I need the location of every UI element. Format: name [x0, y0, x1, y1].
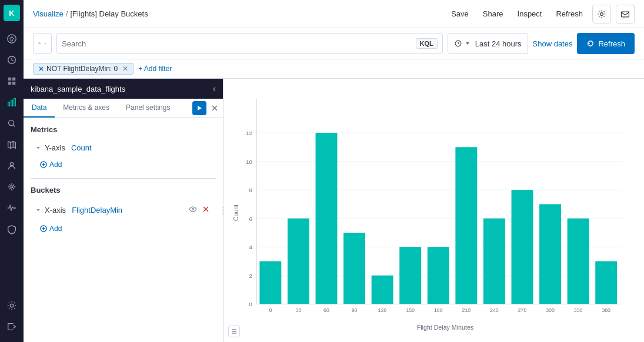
sidebar-icon-ml[interactable]	[2, 177, 21, 196]
mail-icon-btn[interactable]	[616, 5, 635, 24]
bar-7[interactable]	[455, 147, 477, 304]
bucket-eye-btn[interactable]	[188, 204, 198, 216]
top-nav-actions: Save Share Inspect Refresh	[446, 5, 635, 24]
svg-text:300: 300	[546, 307, 555, 313]
sidebar-icon-maps[interactable]	[2, 135, 21, 154]
bar-1[interactable]	[288, 219, 309, 304]
svg-point-11	[11, 186, 13, 188]
svg-text:180: 180	[434, 307, 443, 313]
query-type-selector[interactable]	[33, 33, 52, 54]
settings-icon-btn[interactable]	[592, 5, 611, 24]
search-input[interactable]	[62, 39, 412, 48]
svg-point-0	[8, 35, 16, 43]
bar-2[interactable]	[316, 133, 338, 304]
bar-0[interactable]	[259, 261, 281, 304]
svg-text:150: 150	[406, 307, 415, 313]
toolbar: KQL Last 24 hours Show dates Refresh	[24, 28, 644, 59]
svg-text:8: 8	[249, 187, 252, 193]
panel-collapse-btn[interactable]: ‹	[213, 83, 216, 94]
panel-content: Metrics Y-axis Count Add	[24, 118, 223, 342]
bar-4[interactable]	[372, 276, 393, 304]
svg-text:0: 0	[249, 301, 252, 307]
svg-text:270: 270	[518, 307, 527, 313]
add-filter-button[interactable]: + Add filter	[138, 65, 172, 73]
svg-rect-8	[14, 99, 16, 106]
x-axis-bucket[interactable]: X-axis FlightDelayMin	[31, 200, 216, 220]
x-axis-field: FlightDelayMin	[72, 206, 122, 214]
refresh-button[interactable]: Refresh	[577, 33, 635, 54]
filter-bar: NOT FlightDelayMin: 0 ✕ + Add filter	[24, 59, 644, 79]
chevron-icon	[35, 143, 41, 152]
x-axis-label: X-axis	[45, 206, 66, 214]
metrics-section-title: Metrics	[31, 125, 216, 134]
refresh-button-label: Refresh	[598, 39, 625, 48]
sidebar-icon-dashboard[interactable]	[2, 72, 21, 90]
svg-text:4: 4	[249, 244, 252, 250]
tab-data[interactable]: Data	[24, 99, 55, 118]
app-logo[interactable]: K	[4, 5, 20, 21]
x-axis-label-text: Flight Delay Minutes	[417, 324, 474, 331]
bar-6[interactable]	[428, 247, 449, 304]
time-picker[interactable]: Last 24 hours	[448, 33, 528, 54]
svg-point-9	[9, 120, 14, 126]
add-metric-label: Add	[49, 160, 62, 169]
svg-point-12	[10, 304, 13, 307]
bar-10[interactable]	[539, 204, 561, 304]
data-source-label: kibana_sample_data_flights	[31, 85, 125, 93]
breadcrumb: Visualize / [Flights] Delay Buckets	[33, 9, 148, 18]
svg-text:90: 90	[352, 307, 358, 313]
svg-text:0: 0	[269, 307, 272, 313]
page-title: [Flights] Delay Buckets	[70, 9, 148, 18]
bar-9[interactable]	[512, 190, 533, 304]
svg-point-13	[600, 12, 603, 15]
kql-badge[interactable]: KQL	[416, 38, 438, 49]
y-axis-label: Y-axis	[45, 143, 65, 152]
inspect-button[interactable]: Inspect	[513, 7, 547, 21]
bar-12[interactable]	[595, 261, 617, 304]
sidebar-icon-siem[interactable]	[2, 220, 21, 239]
share-button[interactable]: Share	[478, 7, 508, 21]
search-bar[interactable]: KQL	[56, 33, 443, 54]
sidebar-icon-recent[interactable]	[2, 51, 21, 69]
sidebar-icon-home[interactable]	[2, 29, 21, 48]
svg-text:2: 2	[249, 273, 252, 279]
sidebar-icon-apm[interactable]	[2, 199, 21, 217]
bar-8[interactable]	[483, 219, 505, 304]
filter-tag-label: NOT FlightDelayMin: 0	[46, 65, 118, 73]
sidebar-collapse-icon[interactable]	[2, 317, 21, 336]
bar-5[interactable]	[399, 247, 421, 304]
svg-marker-19	[198, 106, 202, 110]
svg-rect-3	[12, 78, 15, 81]
sidebar-icon-visualize[interactable]	[2, 93, 21, 112]
bar-3[interactable]	[343, 233, 365, 304]
show-dates-button[interactable]: Show dates	[533, 39, 573, 48]
y-axis-label-text: Count	[232, 204, 239, 221]
add-metric-button[interactable]: Add	[35, 158, 66, 171]
filter-close-icon[interactable]: ✕	[122, 65, 128, 73]
svg-text:12: 12	[246, 130, 252, 136]
y-axis-metric[interactable]: Y-axis Count	[31, 140, 216, 156]
logo-letter: K	[9, 9, 14, 18]
breadcrumb-visualize[interactable]: Visualize	[33, 9, 64, 18]
svg-rect-2	[8, 78, 11, 81]
save-button[interactable]: Save	[446, 7, 473, 21]
chart-list-btn[interactable]	[228, 326, 240, 337]
add-bucket-button[interactable]: Add	[35, 222, 66, 235]
sidebar-icon-users[interactable]	[2, 156, 21, 175]
panel-close-btn[interactable]	[211, 105, 218, 112]
svg-rect-6	[8, 102, 10, 106]
sidebar-icon-settings[interactable]	[2, 296, 21, 315]
bar-11[interactable]	[568, 219, 589, 304]
sidebar: K	[0, 0, 24, 342]
svg-text:330: 330	[574, 307, 583, 313]
tab-panel-settings[interactable]: Panel settings	[118, 99, 178, 118]
bucket-delete-btn[interactable]	[201, 204, 211, 216]
sidebar-icon-discover[interactable]	[2, 114, 21, 133]
panel-play-btn[interactable]	[192, 101, 206, 115]
panel-resize-handle[interactable]	[221, 79, 225, 342]
active-filter[interactable]: NOT FlightDelayMin: 0 ✕	[33, 63, 134, 75]
svg-point-25	[192, 209, 194, 210]
refresh-nav-button[interactable]: Refresh	[551, 7, 588, 21]
tab-metrics-axes[interactable]: Metrics & axes	[55, 99, 118, 118]
svg-text:10: 10	[246, 159, 252, 165]
